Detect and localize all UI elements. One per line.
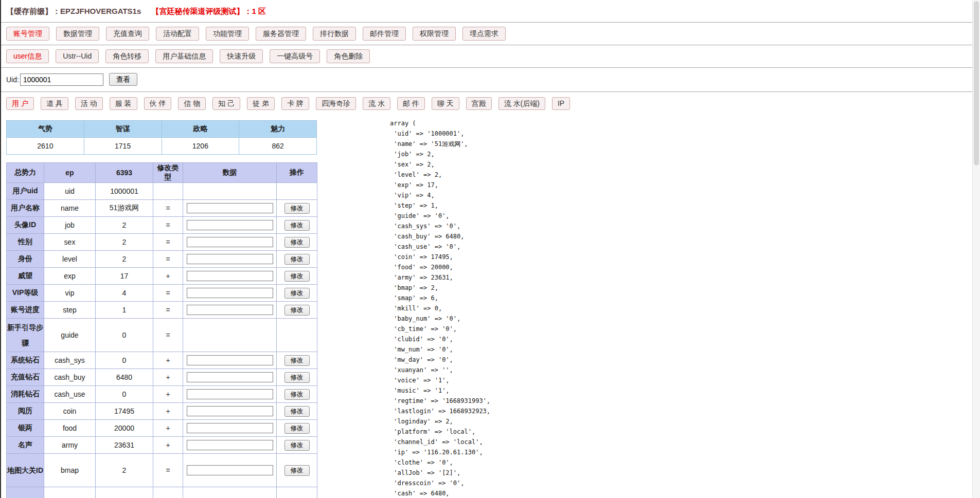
detail-tab-15[interactable]: IP <box>552 97 570 110</box>
table-row: 新手引导步骤guide0= <box>7 319 317 352</box>
modify-type-cell: = <box>153 454 183 487</box>
detail-tab-6[interactable]: 知 己 <box>212 97 240 110</box>
data-cell <box>183 302 277 319</box>
detail-tab-2[interactable]: 活 动 <box>75 97 103 110</box>
action-cell: 修改 <box>277 403 317 420</box>
current-value-cell: 0 <box>96 352 153 369</box>
action-cell: 修改 <box>277 285 317 302</box>
data-cell <box>183 403 277 420</box>
scrollbar-thumb[interactable] <box>974 1 979 165</box>
data-input[interactable] <box>187 271 273 281</box>
row-label-cell: 用户名称 <box>7 200 44 217</box>
data-cell <box>183 352 277 369</box>
module-nav-button-8[interactable]: 权限管理 <box>413 27 456 41</box>
data-input[interactable] <box>187 406 273 416</box>
sub-nav-button-0[interactable]: user信息 <box>6 49 49 63</box>
modify-button[interactable]: 修改 <box>284 220 310 231</box>
data-input[interactable] <box>187 423 273 433</box>
module-nav-button-1[interactable]: 数据管理 <box>56 27 99 41</box>
modify-button[interactable]: 修改 <box>284 203 310 214</box>
detail-tab-7[interactable]: 徒 弟 <box>247 97 275 110</box>
modify-button[interactable]: 修改 <box>284 440 310 451</box>
detail-tab-9[interactable]: 四海奇珍 <box>316 97 356 110</box>
data-input[interactable] <box>187 440 273 450</box>
data-input[interactable] <box>187 355 273 365</box>
field-name-cell: food <box>44 420 96 437</box>
modify-button[interactable]: 修改 <box>284 465 310 476</box>
row-label-cell: 新手引导步骤 <box>7 319 44 352</box>
field-name-cell: job <box>44 217 96 234</box>
detail-tab-1[interactable]: 道 具 <box>41 97 68 110</box>
current-value-cell: 6 <box>96 487 153 498</box>
sub-nav-button-6[interactable]: 角色删除 <box>327 49 370 63</box>
detail-tab-10[interactable]: 流 水 <box>363 97 390 110</box>
detail-tab-4[interactable]: 伙 伴 <box>144 97 172 110</box>
module-nav-button-4[interactable]: 功能管理 <box>206 27 249 41</box>
sub-nav-button-5[interactable]: 一键高级号 <box>270 49 320 63</box>
modify-type-cell: = <box>153 234 183 251</box>
detail-tab-12[interactable]: 聊 天 <box>432 97 459 110</box>
sub-nav-button-3[interactable]: 用户基础信息 <box>155 49 213 63</box>
modify-button[interactable]: 修改 <box>284 355 310 366</box>
data-input[interactable] <box>187 254 273 264</box>
modify-button[interactable]: 修改 <box>284 372 310 383</box>
vertical-scrollbar[interactable] <box>972 0 980 498</box>
module-nav-button-5[interactable]: 服务器管理 <box>256 27 306 41</box>
sub-nav-button-1[interactable]: Ustr--Uid <box>56 49 99 63</box>
detail-tab-13[interactable]: 宫殿 <box>466 97 492 110</box>
data-cell <box>183 369 277 386</box>
modify-button[interactable]: 修改 <box>284 389 310 400</box>
detail-tab-0[interactable]: 用 户 <box>6 97 34 110</box>
detail-tab-11[interactable]: 邮 件 <box>397 97 425 110</box>
field-name-cell: cash_use <box>44 386 96 403</box>
window-left-edge <box>0 0 1 498</box>
row-label-cell: 系统钻石 <box>7 352 44 369</box>
modify-button[interactable]: 修改 <box>284 406 310 417</box>
current-value-cell: 0 <box>96 386 153 403</box>
module-nav-button-6[interactable]: 排行数据 <box>313 27 356 41</box>
modify-button[interactable]: 修改 <box>284 288 310 299</box>
module-nav-button-3[interactable]: 活动配置 <box>156 27 199 41</box>
module-nav-button-0[interactable]: 账号管理 <box>6 27 49 41</box>
module-nav-button-9[interactable]: 埋点需求 <box>462 27 506 41</box>
module-nav-button-2[interactable]: 充值查询 <box>106 27 149 41</box>
data-input[interactable] <box>187 389 273 399</box>
user-data-header-1: ep <box>44 163 96 183</box>
data-input[interactable] <box>187 305 273 315</box>
field-name-cell: army <box>44 437 96 454</box>
primary-nav: 账号管理数据管理充值查询活动配置功能管理服务器管理排行数据邮件管理权限管理埋点需… <box>0 23 980 45</box>
current-value-cell: 17 <box>96 268 153 285</box>
data-input[interactable] <box>187 372 273 382</box>
data-input[interactable] <box>187 237 273 247</box>
view-button[interactable]: 查看 <box>109 73 137 86</box>
detail-tab-5[interactable]: 信 物 <box>178 97 206 110</box>
modify-type-cell: + <box>153 369 183 386</box>
data-input[interactable] <box>187 203 273 213</box>
sub-nav-button-4[interactable]: 快速升级 <box>220 49 263 63</box>
modify-button[interactable]: 修改 <box>284 254 310 265</box>
uid-input[interactable] <box>20 73 103 86</box>
data-cell <box>183 285 277 302</box>
row-label-cell: 性别 <box>7 234 44 251</box>
module-nav-button-7[interactable]: 邮件管理 <box>363 27 406 41</box>
modify-button[interactable]: 修改 <box>284 237 310 248</box>
modify-type-cell: + <box>153 386 183 403</box>
detail-tab-8[interactable]: 卡 牌 <box>281 97 309 110</box>
table-row: 消耗钻石cash_use0+修改 <box>7 386 317 403</box>
data-input[interactable] <box>187 220 273 230</box>
server-zone-label: 【宫廷秘传渠道评级测试】：1 区 <box>151 7 266 15</box>
detail-tab-14[interactable]: 流 水(后端) <box>498 97 545 110</box>
table-row: 银两food20000+修改 <box>7 420 317 437</box>
modify-button[interactable]: 修改 <box>284 423 310 434</box>
data-input[interactable] <box>187 288 273 298</box>
data-cell <box>183 217 277 234</box>
sub-nav-button-2[interactable]: 角色转移 <box>105 49 149 63</box>
data-input[interactable] <box>187 465 273 475</box>
detail-tab-3[interactable]: 服 装 <box>110 97 137 110</box>
row-label-cell: 银两 <box>7 420 44 437</box>
row-label-cell: 用户uid <box>7 183 44 200</box>
modify-button[interactable]: 修改 <box>284 305 310 316</box>
current-value-cell: 2 <box>96 217 153 234</box>
stats-value-3: 862 <box>239 138 317 155</box>
modify-button[interactable]: 修改 <box>284 271 310 282</box>
